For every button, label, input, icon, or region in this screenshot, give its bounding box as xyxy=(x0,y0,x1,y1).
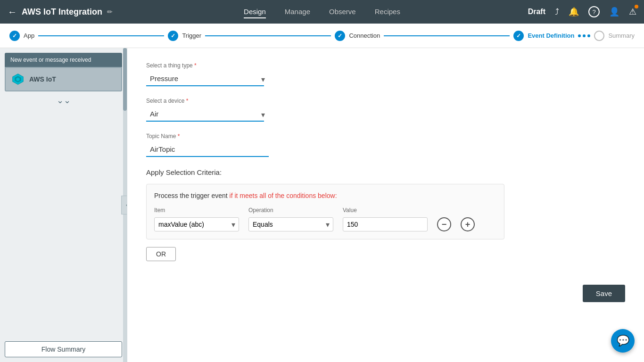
or-button[interactable]: OR xyxy=(146,247,176,261)
tab-design[interactable]: Design xyxy=(244,6,266,18)
chat-bubble-button[interactable]: 💬 xyxy=(611,329,635,353)
step-connection-label: Connection xyxy=(349,32,380,39)
nav-tabs: Design Manage Observe Recipes xyxy=(130,6,514,18)
step-summary[interactable]: Summary xyxy=(594,31,635,41)
device-select-wrapper: Air Water Ground xyxy=(146,107,269,122)
criteria-item-header: Item xyxy=(154,207,239,214)
criteria-value-input[interactable] xyxy=(343,217,428,231)
step-trigger[interactable]: Trigger xyxy=(168,31,201,41)
wizard-steps: App Trigger Connection Event Definition … xyxy=(0,24,644,48)
step-trigger-label: Trigger xyxy=(182,32,201,39)
warning-icon[interactable]: ⚠ xyxy=(629,7,636,17)
step-event-circle xyxy=(513,31,524,41)
main-layout: New event or message received AWS IoT ⌄⌄… xyxy=(0,48,644,362)
sidebar-item-label: AWS IoT xyxy=(29,75,56,83)
step-summary-circle xyxy=(594,31,604,41)
topic-name-input[interactable] xyxy=(146,142,269,157)
sidebar-content: New event or message received AWS IoT ⌄⌄ xyxy=(0,48,127,197)
user-icon[interactable]: 👤 xyxy=(609,7,619,17)
step-app-label: App xyxy=(24,32,34,39)
dot-2 xyxy=(583,34,586,37)
criteria-data-row: maxValue (abc) minValue (abc) avgValue (… xyxy=(154,217,496,231)
sidebar-aws-iot-item[interactable]: AWS IoT xyxy=(5,67,122,91)
device-group: Select a device * Air Water Ground xyxy=(146,98,625,122)
step-event-label: Event Definition xyxy=(528,32,574,39)
step-connection[interactable]: Connection xyxy=(335,31,380,41)
draft-badge: Draft xyxy=(528,8,545,16)
step-app[interactable]: App xyxy=(9,31,34,41)
criteria-item-wrapper: maxValue (abc) minValue (abc) avgValue (… xyxy=(154,217,239,231)
help-icon[interactable]: ? xyxy=(588,6,600,17)
connector-connection-event xyxy=(384,35,510,36)
step-app-circle xyxy=(9,31,20,41)
criteria-operation-select[interactable]: Equals Not Equals Greater Than Less Than xyxy=(248,217,333,231)
criteria-operation-header: Operation xyxy=(248,207,333,214)
topic-name-group: Topic Name * xyxy=(146,133,625,157)
top-navigation: ← AWS IoT Integration ✏ Design Manage Ob… xyxy=(0,0,644,24)
chat-icon: 💬 xyxy=(617,335,629,347)
criteria-value-header: Value xyxy=(343,207,437,214)
tab-observe[interactable]: Observe xyxy=(329,6,356,18)
edit-icon[interactable]: ✏ xyxy=(107,8,113,16)
scroll-down-chevron[interactable]: ⌄⌄ xyxy=(5,91,122,109)
step-trigger-circle xyxy=(168,31,178,41)
save-button[interactable]: Save xyxy=(583,285,625,302)
tab-manage[interactable]: Manage xyxy=(285,6,310,18)
back-button[interactable]: ← xyxy=(8,7,17,17)
sidebar: New event or message received AWS IoT ⌄⌄… xyxy=(0,48,127,362)
step-event-definition[interactable]: Event Definition xyxy=(513,31,574,41)
add-condition-button[interactable]: + xyxy=(461,217,475,231)
content-area: Select a thing type * Pressure Temperatu… xyxy=(127,48,644,362)
criteria-description: Process the trigger event if it meets al… xyxy=(154,192,496,199)
dot-3 xyxy=(587,34,590,37)
sidebar-collapse-button[interactable]: ‹ xyxy=(121,196,127,214)
connector-trigger-connection xyxy=(205,35,331,36)
nav-right: Draft ⤴ 🔔 ? 👤 ⚠ xyxy=(514,6,636,17)
external-link-icon[interactable]: ⤴ xyxy=(555,7,559,17)
dot-1 xyxy=(578,34,581,37)
flow-summary-button[interactable]: Flow Summary xyxy=(5,341,122,357)
nav-left: ← AWS IoT Integration ✏ xyxy=(8,7,130,17)
device-label: Select a device * xyxy=(146,98,625,104)
device-select[interactable]: Air Water Ground xyxy=(146,107,264,122)
app-title: AWS IoT Integration xyxy=(22,7,102,17)
thing-type-select-wrapper: Pressure Temperature Humidity xyxy=(146,72,269,86)
criteria-header-row: Item Operation Value xyxy=(154,207,496,214)
selection-criteria-title: Apply Selection Criteria: xyxy=(146,168,625,176)
step-dots xyxy=(578,34,590,37)
criteria-box: Process the trigger event if it meets al… xyxy=(146,184,504,239)
tab-recipes[interactable]: Recipes xyxy=(375,6,400,18)
thing-type-group: Select a thing type * Pressure Temperatu… xyxy=(146,62,625,86)
thing-type-select[interactable]: Pressure Temperature Humidity xyxy=(146,72,264,86)
topic-name-label: Topic Name * xyxy=(146,133,625,140)
sidebar-scrollbar-thumb xyxy=(123,48,127,111)
thing-type-label: Select a thing type * xyxy=(146,62,625,69)
connector-app-trigger xyxy=(38,35,164,36)
criteria-operation-wrapper: Equals Not Equals Greater Than Less Than xyxy=(248,217,333,231)
sidebar-section-header: New event or message received xyxy=(5,53,122,67)
step-summary-label: Summary xyxy=(608,32,635,39)
step-connection-circle xyxy=(335,31,345,41)
aws-iot-icon xyxy=(11,73,25,86)
criteria-item-select[interactable]: maxValue (abc) minValue (abc) avgValue (… xyxy=(154,217,239,231)
bell-icon[interactable]: 🔔 xyxy=(569,7,579,17)
remove-condition-button[interactable]: − xyxy=(437,217,451,231)
